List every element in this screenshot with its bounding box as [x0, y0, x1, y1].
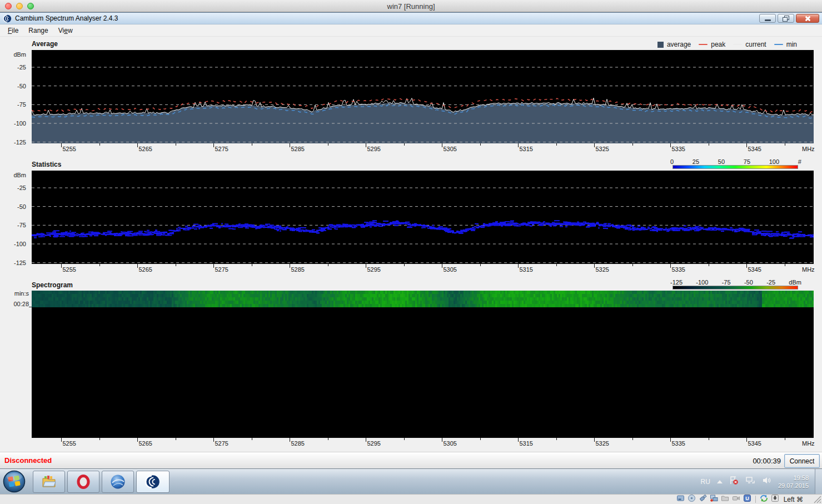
restore-button[interactable]: [778, 14, 794, 23]
display-icon[interactable]: U: [743, 494, 751, 504]
taskbar-clock[interactable]: 19:58 29.07.2015: [778, 474, 809, 490]
close-button[interactable]: [796, 14, 819, 23]
connection-status: Disconnected: [4, 456, 52, 465]
spectrogram-x-axis: MHz 525552655275528552955305531553255335…: [32, 438, 822, 448]
colorbar-tick-label: -125: [670, 279, 682, 286]
menu-file[interactable]: File: [3, 26, 23, 36]
spectrogram-row-label: 00:28: [0, 301, 29, 307]
y-tick-label: -125: [14, 260, 26, 266]
x-tick: [328, 143, 328, 146]
app-titlebar[interactable]: Cambium Spectrum Analyser 2.4.3: [0, 12, 822, 24]
x-tick: [137, 438, 138, 442]
average-x-axis: MHz 525552655275528552955305531553255335…: [32, 143, 822, 153]
x-tick: [709, 438, 709, 440]
y-tick-label: -100: [14, 120, 26, 127]
y-tick-label: -25: [17, 184, 26, 191]
x-tick: [518, 143, 519, 147]
x-tick-label: 5285: [291, 440, 304, 447]
opera-taskbar-button[interactable]: [67, 471, 99, 493]
x-tick: [366, 264, 366, 268]
x-tick: [556, 438, 557, 440]
app-title: Cambium Spectrum Analyser 2.4.3: [15, 14, 118, 22]
x-tick: [632, 438, 633, 440]
x-tick-label: 5305: [443, 266, 456, 273]
statusbar-separator: [755, 496, 756, 503]
windows-taskbar: RU: [0, 468, 822, 494]
show-desktop-button[interactable]: [815, 469, 822, 494]
x-tick-label: 5255: [62, 440, 76, 447]
statistics-colorbar: [672, 165, 798, 169]
mouse-integration-icon[interactable]: [760, 494, 768, 504]
y-tick-label: -125: [14, 139, 26, 146]
colorbar-tick-label: -100: [696, 279, 708, 286]
legend-swatch-average: [657, 42, 664, 48]
x-tick: [518, 264, 519, 268]
app-statusbar: Disconnected 00:00:39 Connect: [0, 452, 822, 468]
video-capture-icon[interactable]: [732, 494, 740, 504]
x-tick: [556, 143, 557, 146]
x-tick-label: 5325: [595, 440, 609, 447]
menu-range[interactable]: Range: [23, 26, 53, 36]
network-adapters-icon[interactable]: [710, 494, 718, 504]
x-tick: [290, 264, 290, 268]
globe-app-taskbar-button[interactable]: [102, 471, 134, 493]
average-legend: averagepeakcurrentmin: [657, 41, 797, 48]
shared-folders-icon[interactable]: [721, 494, 729, 504]
x-tick-label: 5255: [62, 146, 76, 152]
cambium-taskbar-button[interactable]: [136, 471, 170, 493]
language-indicator[interactable]: RU: [701, 478, 710, 486]
clock-time: 19:58: [778, 474, 809, 482]
x-tick-label: 5295: [367, 146, 380, 152]
x-tick: [632, 143, 633, 146]
x-tick-label: 5315: [519, 266, 532, 273]
x-tick: [594, 143, 595, 147]
action-center-icon[interactable]: [729, 476, 739, 487]
x-tick-label: 5315: [519, 440, 532, 447]
x-tick-label: 5295: [367, 266, 380, 273]
y-axis-unit: dBm: [13, 51, 26, 58]
colorbar-tick-label: 25: [693, 158, 699, 165]
minimize-button[interactable]: [759, 14, 776, 23]
x-tick: [785, 264, 785, 266]
x-tick: [594, 264, 595, 268]
colorbar-tick-label: -50: [744, 279, 753, 286]
resize-grip[interactable]: [814, 496, 821, 504]
x-tick: [176, 438, 176, 440]
x-tick-label: 5285: [291, 146, 304, 152]
keyboard-capture-icon[interactable]: [771, 494, 779, 504]
network-icon[interactable]: [745, 476, 755, 487]
volume-icon[interactable]: [762, 476, 771, 487]
x-tick-label: 5315: [519, 146, 532, 152]
start-button[interactable]: [3, 470, 26, 493]
spectrogram-panel-title: Spectrogram: [32, 281, 73, 289]
connect-button[interactable]: Connect: [784, 454, 820, 468]
colorbar-tick-label: dBm: [789, 279, 801, 286]
x-axis-unit: MHz: [802, 440, 815, 447]
optical-disc-icon[interactable]: [688, 494, 696, 504]
x-tick: [99, 264, 100, 266]
clock-date: 29.07.2015: [778, 482, 809, 490]
legend-item-current: current: [733, 41, 766, 48]
hdd-icon[interactable]: [676, 494, 685, 504]
hidden-icons-chevron[interactable]: [717, 480, 723, 483]
x-tick: [670, 264, 671, 268]
menu-view[interactable]: View: [53, 26, 78, 36]
usb-icon[interactable]: [699, 494, 707, 504]
x-tick: [480, 264, 481, 266]
x-tick-label: 5305: [443, 146, 456, 152]
x-tick: [290, 438, 290, 442]
x-tick: [252, 264, 252, 266]
close-icon: [805, 16, 811, 22]
x-tick: [709, 264, 709, 266]
x-tick: [61, 264, 62, 268]
statistics-chart: [32, 171, 814, 264]
x-tick: [213, 264, 214, 268]
legend-label: current: [745, 41, 766, 48]
legend-swatch-current: [733, 44, 742, 45]
x-tick: [99, 143, 100, 146]
explorer-taskbar-button[interactable]: [33, 471, 65, 493]
restore-icon: [783, 16, 789, 22]
x-tick: [632, 264, 633, 266]
colorbar-tick-label: -75: [722, 279, 731, 286]
x-tick: [480, 143, 481, 146]
